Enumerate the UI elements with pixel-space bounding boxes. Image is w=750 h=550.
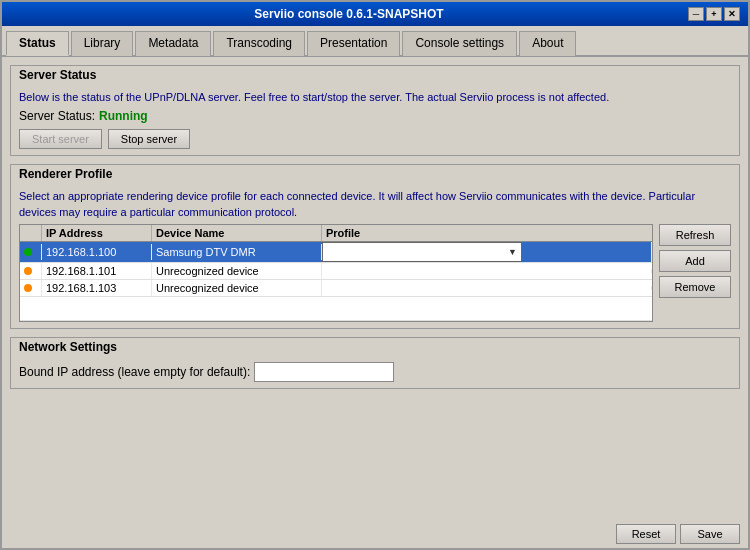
row-check: [20, 263, 42, 279]
tab-about[interactable]: About: [519, 31, 576, 56]
bound-ip-input[interactable]: [254, 362, 394, 382]
row-profile: Samsung TV / player (C/D-se... ▼ Manta W…: [322, 242, 652, 262]
table-row[interactable]: 192.168.1.100 Samsung DTV DMR Samsung TV…: [20, 242, 652, 263]
title-bar: Serviio console 0.6.1-SNAPSHOT ─ + ✕: [2, 2, 748, 26]
dropdown-selected-text: Samsung TV / player (C/D-se...: [327, 246, 480, 258]
save-button[interactable]: Save: [680, 524, 740, 544]
window-controls: ─ + ✕: [688, 7, 740, 21]
status-label: Server Status:: [19, 109, 95, 123]
start-server-button[interactable]: Start server: [19, 129, 102, 149]
renderer-profile-content: Select an appropriate rendering device p…: [11, 183, 739, 328]
status-row: Server Status: Running: [19, 109, 731, 123]
header-device: Device Name: [152, 225, 322, 241]
profile-dropdown[interactable]: Samsung TV / player (C/D-se... ▼ Manta W…: [322, 242, 522, 262]
bound-ip-label: Bound IP address (leave empty for defaul…: [19, 365, 250, 379]
status-value: Running: [99, 109, 148, 123]
row-device: Unrecognized device: [152, 280, 322, 296]
server-status-title: Server Status: [11, 66, 739, 84]
chevron-down-icon: ▼: [508, 247, 517, 257]
header-profile: Profile: [322, 225, 652, 241]
status-dot-orange: [24, 267, 32, 275]
stop-server-button[interactable]: Stop server: [108, 129, 190, 149]
table-area: IP Address Device Name Profile 192.168.1…: [19, 224, 731, 322]
window-title: Serviio console 0.6.1-SNAPSHOT: [10, 7, 688, 21]
tab-status[interactable]: Status: [6, 31, 69, 56]
row-device: Unrecognized device: [152, 263, 322, 279]
header-check: [20, 225, 42, 241]
renderer-profile-info: Select an appropriate rendering device p…: [19, 189, 731, 220]
device-table: IP Address Device Name Profile 192.168.1…: [19, 224, 653, 322]
main-content: Server Status Below is the status of the…: [2, 57, 748, 520]
header-ip: IP Address: [42, 225, 152, 241]
close-button[interactable]: ✕: [724, 7, 740, 21]
table-row-empty: [20, 297, 652, 321]
bottom-bar: Reset Save: [2, 520, 748, 548]
remove-button[interactable]: Remove: [659, 276, 731, 298]
main-window: Serviio console 0.6.1-SNAPSHOT ─ + ✕ Sta…: [0, 0, 750, 550]
server-status-section: Server Status Below is the status of the…: [10, 65, 740, 156]
row-check: [20, 280, 42, 296]
dropdown-selected[interactable]: Samsung TV / player (C/D-se... ▼: [322, 242, 522, 262]
row-ip: 192.168.1.100: [42, 244, 152, 260]
network-settings-content: Bound IP address (leave empty for defaul…: [11, 356, 739, 388]
tab-transcoding[interactable]: Transcoding: [213, 31, 305, 56]
tab-bar: Status Library Metadata Transcoding Pres…: [2, 26, 748, 57]
network-settings-title: Network Settings: [11, 338, 739, 356]
row-device: Samsung DTV DMR: [152, 244, 322, 260]
renderer-profile-title: Renderer Profile: [11, 165, 739, 183]
renderer-profile-section: Renderer Profile Select an appropriate r…: [10, 164, 740, 329]
table-header: IP Address Device Name Profile: [20, 225, 652, 242]
network-settings-section: Network Settings Bound IP address (leave…: [10, 337, 740, 389]
tab-library[interactable]: Library: [71, 31, 134, 56]
row-check: [20, 244, 42, 260]
maximize-button[interactable]: +: [706, 7, 722, 21]
add-button[interactable]: Add: [659, 250, 731, 272]
minimize-button[interactable]: ─: [688, 7, 704, 21]
tab-console-settings[interactable]: Console settings: [402, 31, 517, 56]
server-status-content: Below is the status of the UPnP/DLNA ser…: [11, 84, 739, 155]
server-status-info: Below is the status of the UPnP/DLNA ser…: [19, 90, 731, 105]
table-row[interactable]: 192.168.1.101 Unrecognized device: [20, 263, 652, 280]
reset-button[interactable]: Reset: [616, 524, 676, 544]
action-buttons: Refresh Add Remove: [659, 224, 731, 298]
row-profile: [322, 269, 652, 273]
row-ip: 192.168.1.103: [42, 280, 152, 296]
row-ip: 192.168.1.101: [42, 263, 152, 279]
row-profile: [322, 286, 652, 290]
status-dot-orange: [24, 284, 32, 292]
status-dot-green: [24, 248, 32, 256]
refresh-button[interactable]: Refresh: [659, 224, 731, 246]
table-row[interactable]: 192.168.1.103 Unrecognized device: [20, 280, 652, 297]
tab-presentation[interactable]: Presentation: [307, 31, 400, 56]
server-buttons: Start server Stop server: [19, 129, 731, 149]
tab-metadata[interactable]: Metadata: [135, 31, 211, 56]
